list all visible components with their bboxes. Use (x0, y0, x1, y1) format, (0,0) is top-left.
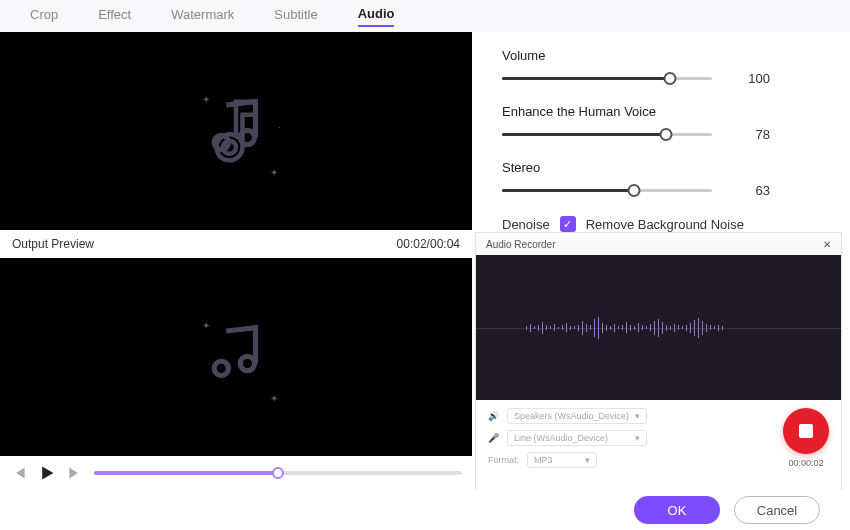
format-select[interactable]: MP3▾ (527, 452, 597, 468)
chevron-down-icon: ▾ (585, 455, 590, 465)
denoise-row: Denoise ✓ Remove Background Noise (502, 216, 820, 232)
denoise-prefix: Denoise (502, 217, 550, 232)
voice-value: 78 (730, 127, 770, 142)
preview-label: Output Preview (12, 237, 94, 251)
svg-point-0 (214, 135, 228, 149)
source-preview: ✦ ✦ · (0, 32, 472, 230)
mic-select[interactable]: Line (WsAudio_Device)▾ (507, 430, 647, 446)
stereo-slider[interactable] (502, 189, 712, 192)
chevron-down-icon: ▾ (635, 433, 640, 443)
prev-button[interactable] (10, 464, 28, 482)
next-button[interactable] (66, 464, 84, 482)
preview-label-bar: Output Preview 00:02/00:04 (0, 230, 472, 258)
denoise-label: Remove Background Noise (586, 217, 744, 232)
tab-watermark[interactable]: Watermark (171, 7, 234, 26)
svg-point-3 (240, 356, 254, 370)
svg-point-1 (240, 130, 254, 144)
timeline-slider[interactable] (94, 471, 462, 475)
tab-audio[interactable]: Audio (358, 6, 395, 27)
recorder-time: 00:00:02 (788, 458, 823, 468)
ok-button[interactable]: OK (634, 496, 720, 524)
recorder-title: Audio Recorder (486, 239, 555, 250)
denoise-checkbox[interactable]: ✓ (560, 216, 576, 232)
playback-controls (0, 456, 472, 490)
stereo-label: Stereo (502, 160, 820, 175)
stereo-value: 63 (730, 183, 770, 198)
voice-label: Enhance the Human Voice (502, 104, 820, 119)
left-panel: ✦ ✦ · Output Preview 00:02/00:04 ✦ ✦ (0, 32, 472, 490)
tab-effect[interactable]: Effect (98, 7, 131, 26)
volume-value: 100 (730, 71, 770, 86)
volume-slider[interactable] (502, 77, 712, 80)
waveform-display (476, 255, 841, 400)
main-area: ✦ ✦ · Output Preview 00:02/00:04 ✦ ✦ Vol… (0, 32, 850, 490)
footer: OK Cancel (0, 490, 850, 530)
cancel-button[interactable]: Cancel (734, 496, 820, 524)
output-preview: ✦ ✦ (0, 258, 472, 456)
mic-icon: 🎤 (488, 433, 499, 443)
tab-subtitle[interactable]: Subtitle (274, 7, 317, 26)
play-button[interactable] (38, 464, 56, 482)
preview-time: 00:02/00:04 (397, 237, 460, 251)
speaker-select[interactable]: Speakers (WsAudio_Device)▾ (507, 408, 647, 424)
voice-slider[interactable] (502, 133, 712, 136)
close-icon[interactable]: ✕ (823, 239, 831, 250)
record-stop-button[interactable] (783, 408, 829, 454)
chevron-down-icon: ▾ (635, 411, 640, 421)
speaker-icon: 🔊 (488, 411, 499, 421)
volume-label: Volume (502, 48, 820, 63)
svg-point-2 (214, 361, 228, 375)
tab-bar: CropEffectWatermarkSubtitleAudio (0, 0, 850, 32)
recorder-header: Audio Recorder ✕ (476, 233, 841, 255)
tab-crop[interactable]: Crop (30, 7, 58, 26)
format-label: Format: (488, 455, 519, 465)
audio-recorder-panel: Audio Recorder ✕ 🔊 Speakers (WsAudio_Dev… (475, 232, 842, 498)
right-panel: Volume 100 Enhance the Human Voice 78 St… (472, 32, 850, 490)
